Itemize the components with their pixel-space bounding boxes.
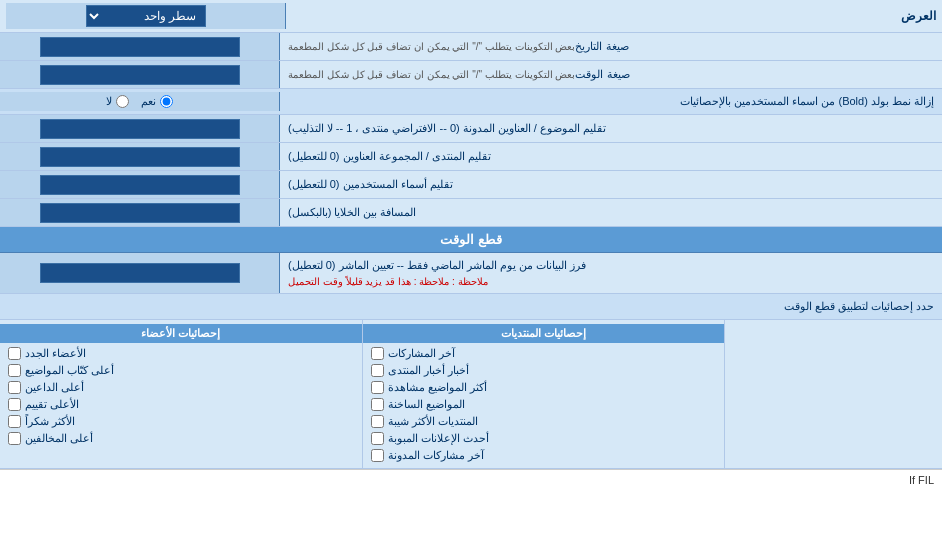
stats-forums-header: إحصائيات المنتديات (363, 324, 725, 343)
cut-time-note-prefix: ملاحظة : (449, 276, 487, 287)
stat-member-item-2: أعلى الداعين (0, 379, 362, 396)
cut-time-input[interactable]: 0 (40, 263, 240, 283)
stat-members-5-label: أعلى المخالفين (25, 432, 93, 445)
usernames-input-container: 0 (0, 171, 280, 198)
stat-member-item-4: الأكثر شكراً (0, 413, 362, 430)
bold-radio-group: نعم لا (0, 92, 280, 111)
stat-forums-0-checkbox[interactable] (371, 347, 384, 360)
time-format-input[interactable]: H:i (40, 65, 240, 85)
date-format-label: صيغة التاريخ بعض التكوينات يتطلب "/" الت… (280, 33, 942, 60)
stat-members-1-checkbox[interactable] (8, 364, 21, 377)
stat-forums-5-checkbox[interactable] (371, 432, 384, 445)
time-format-sublabel: بعض التكوينات يتطلب "/" التي يمكن ان تضا… (288, 68, 575, 82)
cells-distance-input-container: 2 (0, 199, 280, 226)
cut-time-header: قطع الوقت (0, 227, 942, 253)
cut-time-note-text: ملاحظة : هذا قد يزيد قليلاً وقت التحميل (288, 276, 449, 287)
time-format-input-container: H:i (0, 61, 280, 88)
stat-item-0: آخر المشاركات (363, 345, 725, 362)
bottom-text: If FIL (0, 469, 942, 490)
usernames-label: تقليم أسماء المستخدمين (0 للتعطيل) (280, 171, 942, 198)
stat-forums-3-checkbox[interactable] (371, 398, 384, 411)
display-select[interactable]: سطر واحدسطرينثلاثة أسطر (86, 5, 206, 27)
bold-no-radio[interactable] (116, 95, 129, 108)
stat-forums-1-checkbox[interactable] (371, 364, 384, 377)
stat-forums-6-label: آخر مشاركات المدونة (388, 449, 484, 462)
cut-time-label: فرز البيانات من يوم الماشر الماضي فقط --… (288, 257, 586, 274)
cut-time-input-container: 0 (0, 253, 280, 293)
stat-item-1: أخبار أخبار المنتدى (363, 362, 725, 379)
stat-members-3-checkbox[interactable] (8, 398, 21, 411)
top-row-control: سطر واحدسطرينثلاثة أسطر (6, 3, 286, 29)
date-format-sublabel: بعض التكوينات يتطلب "/" التي يمكن ان تضا… (288, 40, 575, 54)
stat-forums-2-label: أكثر المواضيع مشاهدة (388, 381, 487, 394)
topic-titles-label: تقليم الموضوع / العناوين المدونة (0 -- ا… (280, 115, 942, 142)
bold-no-option[interactable]: لا (106, 95, 129, 108)
stat-forums-5-label: أحدث الإعلانات المبوبة (388, 432, 489, 445)
forum-titles-label: تقليم المنتدى / المجموعة العناوين (0 للت… (280, 143, 942, 170)
cut-time-note: ملاحظة : ملاحظة : هذا قد يزيد قليلاً وقت… (288, 274, 488, 289)
time-format-label: صيغة الوقت بعض التكوينات يتطلب "/" التي … (280, 61, 942, 88)
cells-distance-row: المسافة بين الخلايا (بالبكسل) 2 (0, 199, 942, 227)
bold-no-label: لا (106, 95, 112, 108)
top-row-label: العرض (286, 9, 936, 23)
stats-limit-row: حدد إحصائيات لتطبيق قطع الوقت (0, 294, 942, 320)
stat-member-item-1: أعلى كتّاب المواضيع (0, 362, 362, 379)
date-format-title: صيغة التاريخ (575, 39, 628, 54)
stats-right-empty-col (725, 320, 942, 468)
cells-distance-label: المسافة بين الخلايا (بالبكسل) (280, 199, 942, 226)
stat-forums-2-checkbox[interactable] (371, 381, 384, 394)
date-format-input[interactable]: d-m (40, 37, 240, 57)
stat-members-0-label: الأعضاء الجدد (25, 347, 86, 360)
bold-yes-label: نعم (141, 95, 156, 108)
stat-member-item-3: الأعلى تقييم (0, 396, 362, 413)
stat-item-4: المنتديات الأكثر شيبة (363, 413, 725, 430)
stat-forums-4-label: المنتديات الأكثر شيبة (388, 415, 478, 428)
stat-item-6: آخر مشاركات المدونة (363, 447, 725, 464)
stat-members-0-checkbox[interactable] (8, 347, 21, 360)
stat-forums-6-checkbox[interactable] (371, 449, 384, 462)
stat-members-2-checkbox[interactable] (8, 381, 21, 394)
cut-time-description: فرز البيانات من يوم الماشر الماضي فقط --… (280, 253, 942, 293)
stat-item-3: المواضيع الساخنة (363, 396, 725, 413)
stats-columns: إحصائيات المنتديات آخر المشاركات أخبار أ… (0, 320, 942, 469)
time-format-title: صيغة الوقت (575, 67, 629, 82)
stat-member-item-0: الأعضاء الجدد (0, 345, 362, 362)
stat-members-5-checkbox[interactable] (8, 432, 21, 445)
cells-distance-input[interactable]: 2 (40, 203, 240, 223)
date-format-input-container: d-m (0, 33, 280, 60)
topic-titles-input-container: 33 (0, 115, 280, 142)
stat-member-item-5: أعلى المخالفين (0, 430, 362, 447)
topic-titles-input[interactable]: 33 (40, 119, 240, 139)
usernames-row: تقليم أسماء المستخدمين (0 للتعطيل) 0 (0, 171, 942, 199)
stats-forums-col: إحصائيات المنتديات آخر المشاركات أخبار أ… (363, 320, 726, 468)
bold-yes-radio[interactable] (160, 95, 173, 108)
stat-forums-1-label: أخبار أخبار المنتدى (388, 364, 469, 377)
topic-titles-row: تقليم الموضوع / العناوين المدونة (0 -- ا… (0, 115, 942, 143)
stat-members-4-checkbox[interactable] (8, 415, 21, 428)
bold-row-label: إزالة نمط بولد (Bold) من اسماء المستخدمي… (280, 92, 942, 111)
bold-yes-option[interactable]: نعم (141, 95, 173, 108)
stat-members-4-label: الأكثر شكراً (25, 415, 75, 428)
stat-members-1-label: أعلى كتّاب المواضيع (25, 364, 114, 377)
stat-members-2-label: أعلى الداعين (25, 381, 84, 394)
bold-row: إزالة نمط بولد (Bold) من اسماء المستخدمي… (0, 89, 942, 115)
stats-members-header: إحصائيات الأعضاء (0, 324, 362, 343)
top-row: العرض سطر واحدسطرينثلاثة أسطر (0, 0, 942, 33)
forum-titles-row: تقليم المنتدى / المجموعة العناوين (0 للت… (0, 143, 942, 171)
time-format-row: صيغة الوقت بعض التكوينات يتطلب "/" التي … (0, 61, 942, 89)
cut-time-row: فرز البيانات من يوم الماشر الماضي فقط --… (0, 253, 942, 294)
stats-limit-label: حدد إحصائيات لتطبيق قطع الوقت (8, 300, 934, 313)
stat-item-2: أكثر المواضيع مشاهدة (363, 379, 725, 396)
stat-forums-0-label: آخر المشاركات (388, 347, 455, 360)
stat-members-3-label: الأعلى تقييم (25, 398, 79, 411)
stats-members-col: إحصائيات الأعضاء الأعضاء الجدد أعلى كتّا… (0, 320, 363, 468)
stat-forums-3-label: المواضيع الساخنة (388, 398, 465, 411)
usernames-input[interactable]: 0 (40, 175, 240, 195)
forum-titles-input[interactable]: 33 (40, 147, 240, 167)
date-format-row: صيغة التاريخ بعض التكوينات يتطلب "/" الت… (0, 33, 942, 61)
stat-forums-4-checkbox[interactable] (371, 415, 384, 428)
main-container: العرض سطر واحدسطرينثلاثة أسطر صيغة التار… (0, 0, 942, 490)
stat-item-5: أحدث الإعلانات المبوبة (363, 430, 725, 447)
forum-titles-input-container: 33 (0, 143, 280, 170)
